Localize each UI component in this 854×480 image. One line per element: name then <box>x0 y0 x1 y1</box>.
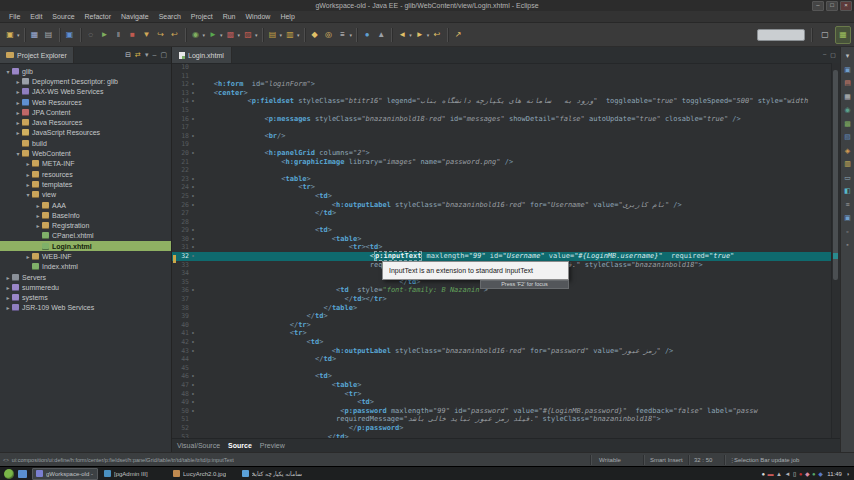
tree-item-build[interactable]: build <box>0 138 171 148</box>
web-browser-button[interactable]: ● <box>360 27 374 43</box>
expanded-arrow-icon[interactable]: ▾ <box>24 191 32 198</box>
menu-navigate[interactable]: Navigate <box>116 11 154 23</box>
menu-file[interactable]: File <box>4 11 25 23</box>
palette-tool-6-icon[interactable]: ▧ <box>842 131 854 143</box>
editor-mode-tab-visual-source[interactable]: Visual/Source <box>177 442 220 449</box>
terminate-button[interactable]: ■ <box>126 27 140 43</box>
step-return-button[interactable]: ↩ <box>168 27 182 43</box>
palette-tool-12-icon[interactable]: ▣ <box>842 212 854 224</box>
menu-refactor[interactable]: Refactor <box>80 11 116 23</box>
taskbar-clock[interactable]: 11:49 <box>827 471 842 477</box>
palette-tool-9-icon[interactable]: ▭ <box>842 172 854 184</box>
collapsed-arrow-icon[interactable]: ▸ <box>14 129 22 136</box>
collapsed-arrow-icon[interactable]: ▸ <box>24 160 32 167</box>
skip-breakpoints-button[interactable]: ◌ <box>84 27 98 43</box>
tree-item-baseinfo[interactable]: ▸BaseInfo <box>0 210 171 220</box>
collapsed-arrow-icon[interactable]: ▸ <box>14 109 22 116</box>
collapsed-arrow-icon[interactable]: ▸ <box>14 99 22 106</box>
collapsed-arrow-icon[interactable]: ▸ <box>24 171 32 178</box>
tree-item-javascript-resources[interactable]: ▸JavaScript Resources <box>0 128 171 138</box>
palette-tool-14-icon[interactable]: ▪ <box>842 239 854 251</box>
menu-launcher-icon[interactable] <box>4 469 14 479</box>
new-wizard-button[interactable]: ▣▾ <box>3 27 21 43</box>
menu-source[interactable]: Source <box>47 11 79 23</box>
view-menu-icon[interactable]: ▾ <box>145 47 149 63</box>
tree-item-jpa-content[interactable]: ▸JPA Content <box>0 107 171 117</box>
collapsed-arrow-icon[interactable]: ▸ <box>14 88 22 95</box>
tree-item-resources[interactable]: ▸resources <box>0 169 171 179</box>
keyboard-layout-icon[interactable]: ▬ <box>768 468 774 480</box>
network-icon[interactable]: ▲ <box>776 468 782 480</box>
tree-item-webcontent[interactable]: ▾WebContent <box>0 148 171 158</box>
quick-access-input[interactable] <box>757 29 805 41</box>
maximize-window-button[interactable]: □ <box>826 1 838 11</box>
palette-tool-13-icon[interactable]: ▫ <box>842 226 854 238</box>
run-button[interactable]: ►▾ <box>206 27 224 43</box>
forward-dropdown-icon[interactable]: ▾ <box>427 32 430 38</box>
maximize-editor-icon[interactable]: ▢ <box>830 51 836 58</box>
collapsed-arrow-icon[interactable]: ▸ <box>34 202 42 209</box>
taskbar-window-pgadmin-iii[interactable]: [pgAdmin III] <box>101 468 167 480</box>
palette-tool-8-icon[interactable]: ▥ <box>842 158 854 170</box>
messenger-icon[interactable]: ◗ <box>846 468 850 480</box>
step-over-button[interactable]: ↪ <box>154 27 168 43</box>
annotations-dropdown-icon[interactable]: ▾ <box>350 32 353 38</box>
tree-item-web-inf[interactable]: ▸WEB-INF <box>0 251 171 261</box>
maximize-view-icon[interactable]: ▢ <box>160 47 167 63</box>
tree-item-templates[interactable]: ▸templates <box>0 179 171 189</box>
expanded-arrow-icon[interactable]: ▾ <box>4 68 12 75</box>
link-with-editor-button[interactable]: ↗ <box>451 27 465 43</box>
menu-project[interactable]: Project <box>186 11 218 23</box>
bluetooth-icon[interactable]: ◆ <box>818 468 823 480</box>
collapsed-arrow-icon[interactable]: ▸ <box>4 274 12 281</box>
file-manager-icon[interactable] <box>18 470 27 478</box>
suspend-button[interactable]: ‖ <box>112 27 126 43</box>
search-button[interactable]: ◎ <box>322 27 336 43</box>
annotations-button[interactable]: ≡▾ <box>336 27 354 43</box>
back-button[interactable]: ◄▾ <box>395 27 413 43</box>
step-into-button[interactable]: ▼ <box>140 27 154 43</box>
user-status-icon[interactable]: ● <box>761 468 765 480</box>
collapsed-arrow-icon[interactable]: ▸ <box>4 304 12 311</box>
overview-current-line-marker[interactable] <box>833 253 838 259</box>
coverage-button[interactable]: ▩▾ <box>224 27 242 43</box>
collapsed-arrow-icon[interactable]: ▸ <box>34 212 42 219</box>
tree-item-glib[interactable]: ▾glib <box>0 66 171 76</box>
scrollbar-thumb[interactable] <box>833 70 838 280</box>
minimize-editor-icon[interactable]: – <box>823 51 826 58</box>
volume-icon[interactable]: ◄ <box>785 468 791 480</box>
new-java-ee-project-button[interactable]: ▤▾ <box>266 27 284 43</box>
menu-help[interactable]: Help <box>275 11 299 23</box>
tree-item-jsr-109-web-services[interactable]: ▸JSR-109 Web Services <box>0 303 171 313</box>
new-web-project-button[interactable]: ▥▾ <box>283 27 301 43</box>
print-button[interactable]: ▤ <box>42 27 56 43</box>
editor-mode-tab-preview[interactable]: Preview <box>260 442 285 449</box>
resume-button[interactable]: ► <box>98 27 112 43</box>
palette-tool-10-icon[interactable]: ◧ <box>842 185 854 197</box>
menu-run[interactable]: Run <box>218 11 241 23</box>
project-explorer-tab[interactable]: Project Explorer <box>0 47 74 63</box>
taskbar-window-gworkspace-old-ja[interactable]: gWorkspace-old - Ja... <box>32 468 98 480</box>
new-wizard-dropdown-icon[interactable]: ▾ <box>17 32 20 38</box>
tree-item-servers[interactable]: ▸Servers <box>0 272 171 282</box>
menu-search[interactable]: Search <box>154 11 186 23</box>
new-java-ee-project-dropdown-icon[interactable]: ▾ <box>280 32 283 38</box>
minimize-view-icon[interactable]: – <box>152 47 156 63</box>
editor-mode-tab-source[interactable]: Source <box>228 442 252 449</box>
palette-view-button[interactable]: ▲ <box>374 27 388 43</box>
last-edit-location-button[interactable]: ↩ <box>430 27 444 43</box>
collapse-all-icon[interactable]: ⊟ <box>125 47 131 63</box>
open-type-button[interactable]: ◆ <box>308 27 322 43</box>
tree-item-summeredu[interactable]: ▸summeredu <box>0 282 171 292</box>
debug-button[interactable]: ◉▾ <box>189 27 207 43</box>
new-package-button[interactable]: ▣ <box>63 27 77 43</box>
new-web-project-dropdown-icon[interactable]: ▾ <box>297 32 300 38</box>
external-tools-dropdown-icon[interactable]: ▾ <box>255 32 258 38</box>
collapsed-arrow-icon[interactable]: ▸ <box>24 181 32 188</box>
link-with-editor-icon[interactable]: ⇄ <box>135 47 141 63</box>
coverage-dropdown-icon[interactable]: ▾ <box>238 32 241 38</box>
palette-tool-2-icon[interactable]: ▤ <box>842 77 854 89</box>
forward-button[interactable]: ►▾ <box>413 27 431 43</box>
palette-tool-7-icon[interactable]: ◈ <box>842 145 854 157</box>
menu-window[interactable]: Window <box>240 11 275 23</box>
